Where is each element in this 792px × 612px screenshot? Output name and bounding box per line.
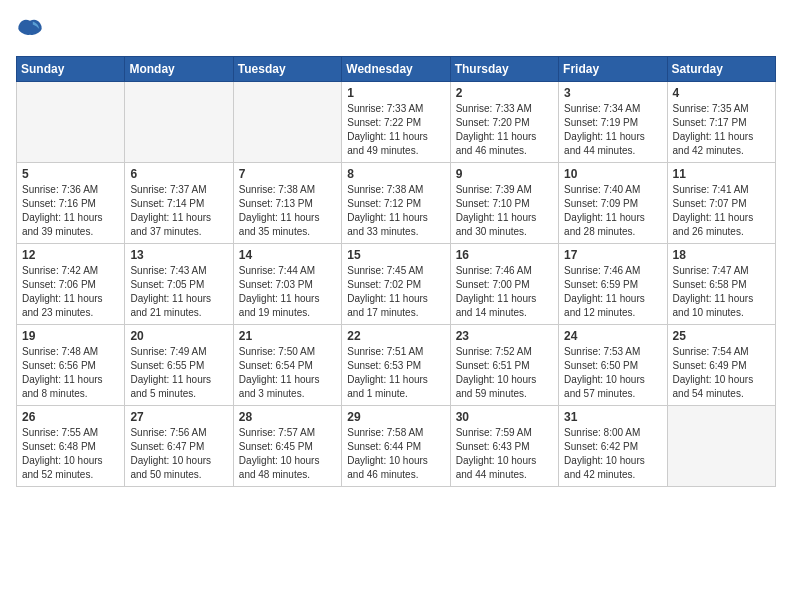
week-row-4: 19Sunrise: 7:48 AMSunset: 6:56 PMDayligh… xyxy=(17,325,776,406)
page-header xyxy=(16,16,776,44)
calendar-cell xyxy=(125,82,233,163)
day-number: 28 xyxy=(239,410,336,424)
day-number: 9 xyxy=(456,167,553,181)
day-number: 24 xyxy=(564,329,661,343)
day-number: 29 xyxy=(347,410,444,424)
calendar-cell: 24Sunrise: 7:53 AMSunset: 6:50 PMDayligh… xyxy=(559,325,667,406)
day-number: 22 xyxy=(347,329,444,343)
cell-details: Sunrise: 7:53 AMSunset: 6:50 PMDaylight:… xyxy=(564,345,661,401)
calendar-cell: 26Sunrise: 7:55 AMSunset: 6:48 PMDayligh… xyxy=(17,406,125,487)
day-number: 21 xyxy=(239,329,336,343)
cell-details: Sunrise: 7:56 AMSunset: 6:47 PMDaylight:… xyxy=(130,426,227,482)
weekday-header-friday: Friday xyxy=(559,57,667,82)
cell-details: Sunrise: 7:58 AMSunset: 6:44 PMDaylight:… xyxy=(347,426,444,482)
calendar-cell: 20Sunrise: 7:49 AMSunset: 6:55 PMDayligh… xyxy=(125,325,233,406)
calendar-cell: 30Sunrise: 7:59 AMSunset: 6:43 PMDayligh… xyxy=(450,406,558,487)
day-number: 23 xyxy=(456,329,553,343)
calendar-cell: 27Sunrise: 7:56 AMSunset: 6:47 PMDayligh… xyxy=(125,406,233,487)
weekday-header-sunday: Sunday xyxy=(17,57,125,82)
day-number: 11 xyxy=(673,167,770,181)
calendar-cell: 11Sunrise: 7:41 AMSunset: 7:07 PMDayligh… xyxy=(667,163,775,244)
calendar-cell: 8Sunrise: 7:38 AMSunset: 7:12 PMDaylight… xyxy=(342,163,450,244)
calendar-cell: 5Sunrise: 7:36 AMSunset: 7:16 PMDaylight… xyxy=(17,163,125,244)
day-number: 5 xyxy=(22,167,119,181)
calendar-cell xyxy=(17,82,125,163)
week-row-1: 1Sunrise: 7:33 AMSunset: 7:22 PMDaylight… xyxy=(17,82,776,163)
calendar-cell: 29Sunrise: 7:58 AMSunset: 6:44 PMDayligh… xyxy=(342,406,450,487)
calendar-cell: 19Sunrise: 7:48 AMSunset: 6:56 PMDayligh… xyxy=(17,325,125,406)
calendar-cell xyxy=(667,406,775,487)
cell-details: Sunrise: 8:00 AMSunset: 6:42 PMDaylight:… xyxy=(564,426,661,482)
week-row-5: 26Sunrise: 7:55 AMSunset: 6:48 PMDayligh… xyxy=(17,406,776,487)
week-row-3: 12Sunrise: 7:42 AMSunset: 7:06 PMDayligh… xyxy=(17,244,776,325)
day-number: 25 xyxy=(673,329,770,343)
cell-details: Sunrise: 7:45 AMSunset: 7:02 PMDaylight:… xyxy=(347,264,444,320)
day-number: 31 xyxy=(564,410,661,424)
calendar-cell: 18Sunrise: 7:47 AMSunset: 6:58 PMDayligh… xyxy=(667,244,775,325)
calendar-cell: 9Sunrise: 7:39 AMSunset: 7:10 PMDaylight… xyxy=(450,163,558,244)
weekday-header-tuesday: Tuesday xyxy=(233,57,341,82)
calendar-cell: 25Sunrise: 7:54 AMSunset: 6:49 PMDayligh… xyxy=(667,325,775,406)
weekday-header-monday: Monday xyxy=(125,57,233,82)
day-number: 10 xyxy=(564,167,661,181)
cell-details: Sunrise: 7:47 AMSunset: 6:58 PMDaylight:… xyxy=(673,264,770,320)
cell-details: Sunrise: 7:37 AMSunset: 7:14 PMDaylight:… xyxy=(130,183,227,239)
day-number: 18 xyxy=(673,248,770,262)
calendar-cell: 23Sunrise: 7:52 AMSunset: 6:51 PMDayligh… xyxy=(450,325,558,406)
cell-details: Sunrise: 7:41 AMSunset: 7:07 PMDaylight:… xyxy=(673,183,770,239)
weekday-header-wednesday: Wednesday xyxy=(342,57,450,82)
cell-details: Sunrise: 7:38 AMSunset: 7:12 PMDaylight:… xyxy=(347,183,444,239)
calendar-cell: 10Sunrise: 7:40 AMSunset: 7:09 PMDayligh… xyxy=(559,163,667,244)
day-number: 30 xyxy=(456,410,553,424)
cell-details: Sunrise: 7:49 AMSunset: 6:55 PMDaylight:… xyxy=(130,345,227,401)
weekday-header-row: SundayMondayTuesdayWednesdayThursdayFrid… xyxy=(17,57,776,82)
weekday-header-thursday: Thursday xyxy=(450,57,558,82)
cell-details: Sunrise: 7:43 AMSunset: 7:05 PMDaylight:… xyxy=(130,264,227,320)
day-number: 4 xyxy=(673,86,770,100)
logo-icon xyxy=(16,16,44,44)
day-number: 12 xyxy=(22,248,119,262)
day-number: 7 xyxy=(239,167,336,181)
calendar-cell: 7Sunrise: 7:38 AMSunset: 7:13 PMDaylight… xyxy=(233,163,341,244)
day-number: 27 xyxy=(130,410,227,424)
cell-details: Sunrise: 7:33 AMSunset: 7:22 PMDaylight:… xyxy=(347,102,444,158)
day-number: 6 xyxy=(130,167,227,181)
calendar-cell: 3Sunrise: 7:34 AMSunset: 7:19 PMDaylight… xyxy=(559,82,667,163)
cell-details: Sunrise: 7:35 AMSunset: 7:17 PMDaylight:… xyxy=(673,102,770,158)
cell-details: Sunrise: 7:40 AMSunset: 7:09 PMDaylight:… xyxy=(564,183,661,239)
calendar-cell: 28Sunrise: 7:57 AMSunset: 6:45 PMDayligh… xyxy=(233,406,341,487)
day-number: 19 xyxy=(22,329,119,343)
cell-details: Sunrise: 7:44 AMSunset: 7:03 PMDaylight:… xyxy=(239,264,336,320)
day-number: 17 xyxy=(564,248,661,262)
calendar-cell: 14Sunrise: 7:44 AMSunset: 7:03 PMDayligh… xyxy=(233,244,341,325)
cell-details: Sunrise: 7:46 AMSunset: 7:00 PMDaylight:… xyxy=(456,264,553,320)
logo xyxy=(16,16,48,44)
day-number: 13 xyxy=(130,248,227,262)
day-number: 26 xyxy=(22,410,119,424)
calendar-cell: 12Sunrise: 7:42 AMSunset: 7:06 PMDayligh… xyxy=(17,244,125,325)
calendar-table: SundayMondayTuesdayWednesdayThursdayFrid… xyxy=(16,56,776,487)
cell-details: Sunrise: 7:50 AMSunset: 6:54 PMDaylight:… xyxy=(239,345,336,401)
day-number: 2 xyxy=(456,86,553,100)
cell-details: Sunrise: 7:38 AMSunset: 7:13 PMDaylight:… xyxy=(239,183,336,239)
calendar-cell: 6Sunrise: 7:37 AMSunset: 7:14 PMDaylight… xyxy=(125,163,233,244)
calendar-cell: 15Sunrise: 7:45 AMSunset: 7:02 PMDayligh… xyxy=(342,244,450,325)
calendar-cell: 31Sunrise: 8:00 AMSunset: 6:42 PMDayligh… xyxy=(559,406,667,487)
calendar-cell: 1Sunrise: 7:33 AMSunset: 7:22 PMDaylight… xyxy=(342,82,450,163)
cell-details: Sunrise: 7:33 AMSunset: 7:20 PMDaylight:… xyxy=(456,102,553,158)
calendar-cell: 16Sunrise: 7:46 AMSunset: 7:00 PMDayligh… xyxy=(450,244,558,325)
calendar-cell: 4Sunrise: 7:35 AMSunset: 7:17 PMDaylight… xyxy=(667,82,775,163)
cell-details: Sunrise: 7:46 AMSunset: 6:59 PMDaylight:… xyxy=(564,264,661,320)
calendar-cell: 21Sunrise: 7:50 AMSunset: 6:54 PMDayligh… xyxy=(233,325,341,406)
day-number: 15 xyxy=(347,248,444,262)
weekday-header-saturday: Saturday xyxy=(667,57,775,82)
calendar-cell: 17Sunrise: 7:46 AMSunset: 6:59 PMDayligh… xyxy=(559,244,667,325)
day-number: 16 xyxy=(456,248,553,262)
cell-details: Sunrise: 7:42 AMSunset: 7:06 PMDaylight:… xyxy=(22,264,119,320)
calendar-cell xyxy=(233,82,341,163)
cell-details: Sunrise: 7:51 AMSunset: 6:53 PMDaylight:… xyxy=(347,345,444,401)
cell-details: Sunrise: 7:59 AMSunset: 6:43 PMDaylight:… xyxy=(456,426,553,482)
cell-details: Sunrise: 7:52 AMSunset: 6:51 PMDaylight:… xyxy=(456,345,553,401)
cell-details: Sunrise: 7:54 AMSunset: 6:49 PMDaylight:… xyxy=(673,345,770,401)
calendar-cell: 22Sunrise: 7:51 AMSunset: 6:53 PMDayligh… xyxy=(342,325,450,406)
